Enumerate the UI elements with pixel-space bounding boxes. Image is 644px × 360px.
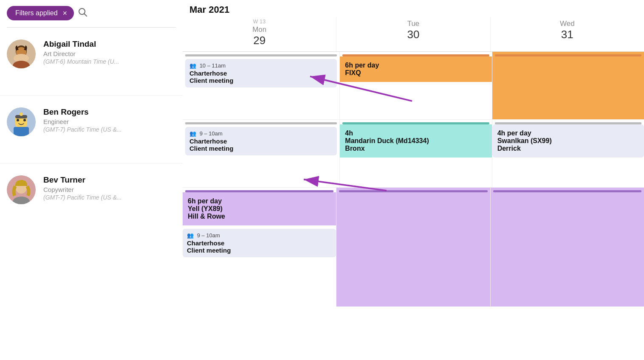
calendar-grid-wrapper: 👥 10 – 11am Charterhose Client meeting 6… — [183, 52, 644, 360]
people-icon: 👥 — [189, 62, 196, 69]
search-icon — [78, 8, 88, 17]
person-info-bev: Bev Turner Copywriter (GMT-7) Pacific Ti… — [43, 175, 176, 201]
event-bev-mon-meeting-time: 👥 9 – 10am — [187, 232, 332, 239]
day-num-mon: 29 — [183, 34, 336, 47]
top-bar-bev-wed — [493, 190, 641, 192]
event-bev-mon-title: Yell (YX89) — [188, 205, 331, 213]
event-ben-mon-title: Charterhose — [189, 138, 333, 145]
day-name-wed: Wed — [491, 20, 644, 28]
cal-cell-bev-mon[interactable]: 6h per day Yell (YX89) Hill & Rowe 👥 9 –… — [183, 188, 336, 307]
close-filter-button[interactable]: × — [63, 9, 68, 17]
cal-cell-abigail-mon[interactable]: 👥 10 – 11am Charterhose Client meeting — [183, 52, 339, 119]
people-icon-ben: 👥 — [189, 130, 196, 137]
person-timezone-bev: (GMT-7) Pacific Time (US &... — [43, 194, 176, 201]
person-info-ben: Ben Rogers Engineer (GMT-7) Pacific Time… — [43, 107, 176, 133]
event-ben-tue-title: Mandarin Duck (Md14334) — [345, 137, 486, 145]
cal-cell-ben-wed[interactable]: 4h per day Swanlkan (SX99) Derrick — [492, 120, 644, 187]
person-role-abigail: Art Director — [43, 50, 176, 57]
event-ben-mon-time: 👥 9 – 10am — [189, 130, 333, 137]
person-info-abigail: Abigail Tindal Art Director (GMT-6) Moun… — [43, 39, 176, 65]
cal-cell-bev-tue[interactable] — [336, 188, 490, 307]
person-name-abigail: Abigail Tindal — [43, 39, 176, 49]
day-name-mon: Mon — [183, 25, 336, 34]
person-timezone-abigail: (GMT-6) Mountain Time (U... — [43, 58, 176, 65]
week-label-mon: W 13 — [183, 19, 336, 25]
event-bev-mon-hours: 6h per day — [188, 197, 331, 205]
svg-point-13 — [20, 112, 23, 116]
event-abigail-mon-time: 👥 10 – 11am — [189, 62, 333, 69]
calendar-row-abigail: 👥 10 – 11am Charterhose Client meeting 6… — [183, 52, 644, 120]
svg-point-9 — [17, 119, 19, 121]
event-ben-tue-hours: 4h — [345, 129, 486, 137]
event-bev-mon-meeting-sub: Client meeting — [187, 247, 332, 254]
cal-cell-ben-tue[interactable]: 4h Mandarin Duck (Md14334) Bronx — [339, 120, 491, 187]
filter-bar: Filters applied × — [0, 6, 183, 27]
event-ben-wed-hours: 4h per day — [497, 129, 639, 137]
event-abigail-mon-title: Charterhose — [189, 70, 333, 77]
event-ben-mon-sub: Client meeting — [189, 145, 333, 152]
event-ben-wed-title: Swanlkan (SX99) — [497, 137, 639, 145]
day-name-tue: Tue — [336, 20, 490, 28]
sidebar: Filters applied × — [0, 0, 183, 360]
day-col-tue: Tue 30 — [336, 17, 490, 51]
top-bar-abigail-wed — [495, 54, 641, 56]
avatar-abigail — [7, 39, 36, 68]
event-abigail-tue-title: FIXQ — [345, 69, 486, 77]
calendar-header: Mar 2021 W 13 Mon 29 Tue 30 Wed 31 — [183, 0, 644, 52]
month-label: Mar 2021 — [183, 0, 644, 17]
event-ben-tue-teal[interactable]: 4h Mandarin Duck (Md14334) Bronx — [340, 124, 491, 158]
person-name-bev: Bev Turner — [43, 175, 176, 185]
avatar-ben — [7, 107, 36, 136]
calendar: Mar 2021 W 13 Mon 29 Tue 30 Wed 31 — [183, 0, 644, 360]
day-num-wed: 31 — [491, 28, 644, 41]
event-ben-tue-sub: Bronx — [345, 145, 486, 152]
people-icon-bev: 👥 — [187, 232, 194, 239]
person-role-ben: Engineer — [43, 118, 176, 125]
event-abigail-mon-sub: Client meeting — [189, 77, 333, 84]
top-bar-bev-tue — [339, 190, 487, 192]
day-num-tue: 30 — [336, 28, 490, 41]
svg-rect-12 — [14, 127, 29, 136]
calendar-row-bev: 6h per day Yell (YX89) Hill & Rowe 👥 9 –… — [183, 188, 644, 307]
person-row-ben: Ben Rogers Engineer (GMT-7) Pacific Time… — [0, 96, 183, 163]
person-timezone-ben: (GMT-7) Pacific Time (US &... — [43, 126, 176, 133]
cal-cell-abigail-tue[interactable]: 6h per day FIXQ — [339, 52, 491, 119]
event-ben-wed[interactable]: 4h per day Swanlkan (SX99) Derrick — [492, 124, 644, 158]
top-bar-ben-mon — [185, 122, 337, 124]
cal-cell-ben-mon[interactable]: 👥 9 – 10am Charterhose Client meeting — [183, 120, 339, 187]
event-ben-wed-sub: Derrick — [497, 145, 639, 152]
calendar-row-ben: 👥 9 – 10am Charterhose Client meeting 4h… — [183, 120, 644, 188]
person-row-bev: Bev Turner Copywriter (GMT-7) Pacific Ti… — [0, 163, 183, 282]
event-abigail-tue-orange[interactable]: 6h per day FIXQ — [340, 56, 491, 82]
cal-cell-bev-wed[interactable] — [490, 188, 644, 307]
person-row-abigail: Abigail Tindal Art Director (GMT-6) Moun… — [0, 28, 183, 96]
event-ben-mon-meeting[interactable]: 👥 9 – 10am Charterhose Client meeting — [185, 127, 337, 155]
filter-pill[interactable]: Filters applied × — [7, 6, 74, 20]
day-col-mon: W 13 Mon 29 — [183, 17, 336, 51]
day-col-wed: Wed 31 — [490, 17, 644, 51]
svg-point-10 — [23, 119, 26, 121]
top-bar-abigail-mon — [185, 54, 337, 56]
event-bev-mon-sub: Hill & Rowe — [188, 213, 331, 220]
days-row: W 13 Mon 29 Tue 30 Wed 31 — [183, 17, 644, 52]
filter-label: Filters applied — [15, 9, 58, 17]
event-bev-mon-meeting-title: Charterhose — [187, 239, 332, 247]
event-abigail-tue-hours: 6h per day — [345, 62, 486, 69]
cal-cell-abigail-wed[interactable] — [492, 52, 644, 119]
event-bev-mon-purple[interactable]: 6h per day Yell (YX89) Hill & Rowe — [183, 192, 336, 225]
event-bev-mon-meeting[interactable]: 👥 9 – 10am Charterhose Client meeting — [183, 229, 336, 257]
person-role-bev: Copywriter — [43, 186, 176, 193]
event-abigail-mon-meeting[interactable]: 👥 10 – 11am Charterhose Client meeting — [185, 59, 337, 87]
person-name-ben: Ben Rogers — [43, 107, 176, 117]
svg-line-1 — [85, 14, 87, 16]
avatar-bev — [7, 175, 36, 204]
search-button[interactable] — [78, 8, 88, 19]
